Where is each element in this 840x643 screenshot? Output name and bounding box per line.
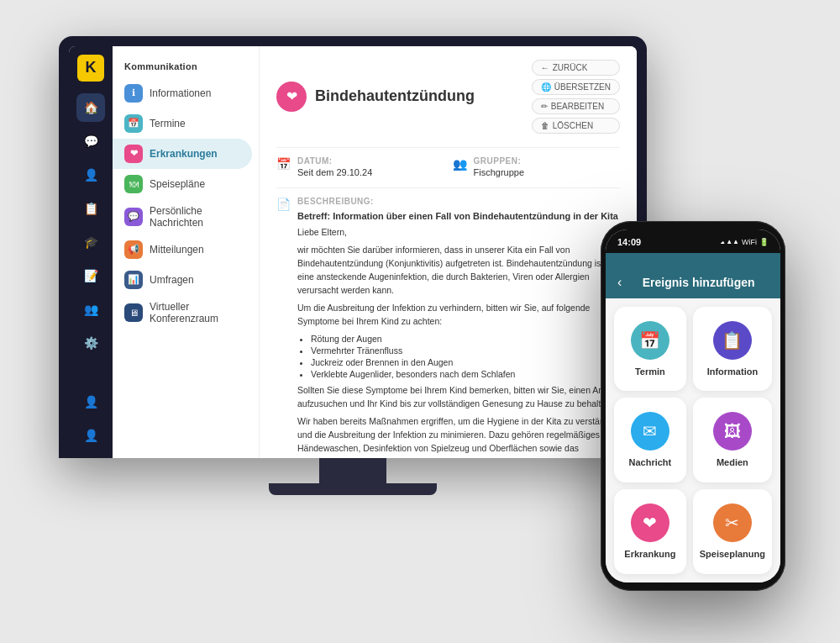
description-para3: Sollten Sie diese Symptome bei Ihrem Kin… — [297, 384, 620, 411]
nav-label-nachrichten: Persönliche Nachrichten — [150, 205, 247, 229]
phone: 14:09 ▲▲▲ WiFi 🔋 ‹ Ereignis hinzufügen 📅… — [601, 221, 785, 591]
description-greeting: Liebe Eltern, — [297, 226, 620, 240]
group-icon: 👥 — [453, 157, 467, 171]
date-label: DATUM: — [297, 156, 372, 166]
icon-notes[interactable]: 📝 — [76, 261, 105, 290]
nav-icon-nachrichten: 💬 — [124, 208, 143, 226]
group-value: Fischgruppe — [474, 167, 525, 177]
icon-settings[interactable]: ⚙️ — [76, 329, 105, 357]
icon-sidebar: K 🏠 💬 👤 📋 🎓 📝 👥 ⚙️ 👤 👤 — [69, 46, 113, 458]
event-card-information[interactable]: 📋 Information — [693, 307, 772, 392]
icon-edu[interactable]: 🎓 — [76, 228, 105, 256]
event-card-medien[interactable]: 🖼 Medien — [693, 398, 772, 482]
icon-groups[interactable]: 👥 — [76, 295, 105, 324]
meta-date: 📅 DATUM: Seit dem 29.10.24 — [276, 156, 444, 177]
event-card-termin[interactable]: 📅 Termin — [614, 307, 686, 392]
divider-2 — [276, 187, 620, 188]
nav-sidebar: Kommunikation ℹ Informationen 📅 Termine … — [113, 46, 260, 458]
event-label-information: Information — [707, 366, 759, 377]
icon-home[interactable]: 🏠 — [76, 93, 105, 122]
nav-icon-termine: 📅 — [124, 114, 143, 133]
icon-profile[interactable]: 👤 — [76, 161, 105, 189]
phone-notch — [659, 229, 727, 245]
delete-button[interactable]: 🗑 LÖSCHEN — [532, 118, 620, 134]
event-icon-nachricht: ✉ — [631, 412, 669, 451]
nav-item-mitteilungen[interactable]: 📢 Mitteilungen — [113, 235, 259, 265]
nav-label-termine: Termine — [150, 118, 186, 129]
nav-item-nachrichten[interactable]: 💬 Persönliche Nachrichten — [113, 199, 259, 235]
nav-label-konferenz: Virtueller Konferenzraum — [150, 301, 247, 324]
description-label: BESCHREIBUNG: — [297, 197, 620, 206]
event-label-erkrankung: Erkrankung — [624, 549, 675, 559]
back-icon: ← — [541, 63, 549, 72]
nav-label-mitteilungen: Mitteilungen — [150, 244, 204, 256]
event-icon-erkrankung: ❤ — [631, 503, 669, 542]
nav-item-informationen[interactable]: ℹ Informationen — [113, 78, 259, 108]
description-para2: Um die Ausbreitung der Infektion zu verh… — [297, 302, 620, 329]
phone-header: ‹ Ereignis hinzufügen — [606, 253, 780, 298]
nav-icon-konferenz: 🖥 — [124, 303, 143, 322]
icon-user-bottom[interactable]: 👤 — [76, 387, 105, 416]
symptom-1: Rötung der Augen — [311, 334, 620, 344]
nav-item-termine[interactable]: 📅 Termine — [113, 108, 259, 139]
phone-screen: 14:09 ▲▲▲ WiFi 🔋 ‹ Ereignis hinzufügen 📅… — [606, 229, 780, 582]
nav-icon-umfragen: 📊 — [124, 271, 143, 289]
phone-status-bar: ▲▲▲ WiFi 🔋 — [719, 238, 769, 246]
back-button[interactable]: ← ZURÜCK — [532, 60, 620, 76]
event-card-erkrankung[interactable]: ❤ Erkrankung — [614, 489, 686, 574]
translate-icon: 🌐 — [541, 82, 551, 92]
phone-back-button[interactable]: ‹ — [617, 275, 622, 290]
phone-time: 14:09 — [617, 237, 641, 247]
nav-item-speiseplaene[interactable]: 🍽 Speisepläne — [113, 169, 259, 199]
edit-icon: ✏ — [541, 102, 548, 111]
nav-icon-informationen: ℹ — [124, 84, 143, 103]
main-content: ❤ Bindehautentzündung ← ZURÜCK 🌐 ÜBERSET… — [260, 46, 637, 458]
description-subject: Betreff: Information über einen Fall von… — [297, 211, 620, 221]
icon-docs[interactable]: 📋 — [76, 194, 105, 223]
app-logo: K — [77, 55, 104, 82]
content-title-icon: ❤ — [276, 82, 307, 112]
event-label-medien: Medien — [717, 457, 748, 467]
event-icon-medien: 🖼 — [713, 412, 752, 451]
translate-button[interactable]: 🌐 ÜBERSETZEN — [532, 79, 620, 95]
monitor: K 🏠 💬 👤 📋 🎓 📝 👥 ⚙️ 👤 👤 Kommunikation — [59, 36, 647, 495]
event-icon-termin: 📅 — [631, 321, 669, 360]
event-icon-speiseplanung: ✂ — [713, 503, 752, 542]
action-buttons: ← ZURÜCK 🌐 ÜBERSETZEN ✏ BEARBEITEN — [532, 60, 620, 134]
description-icon: 📄 — [276, 198, 291, 211]
event-card-speiseplanung[interactable]: ✂ Speiseplanung — [693, 489, 772, 574]
nav-icon-erkrankungen: ❤ — [124, 145, 143, 163]
symptom-3: Juckreiz oder Brennen in den Augen — [311, 357, 620, 367]
icon-chat[interactable]: 💬 — [76, 127, 105, 155]
phone-event-grid: 📅 Termin 📋 Information ✉ Nachricht 🖼 Med… — [606, 298, 780, 582]
nav-label-speiseplaene: Speisepläne — [150, 178, 205, 190]
meta-section: 📅 DATUM: Seit dem 29.10.24 👥 GRUPPEN: Fi… — [276, 156, 620, 177]
icon-user2-bottom[interactable]: 👤 — [76, 421, 105, 450]
meta-group: 👥 GRUPPEN: Fischgruppe — [453, 156, 621, 177]
description-section: 📄 BESCHREIBUNG: Betreff: Information übe… — [276, 197, 620, 458]
nav-item-konferenz[interactable]: 🖥 Virtueller Konferenzraum — [113, 295, 259, 330]
monitor-stand-base — [269, 483, 437, 495]
date-icon: 📅 — [276, 157, 291, 171]
description-para4: Wir haben bereits Maßnahmen ergriffen, u… — [297, 415, 620, 457]
symptom-4: Verklebte Augenlider, besonders nach dem… — [311, 369, 620, 379]
symptom-2: Vermehrter Tränenfluss — [311, 345, 620, 356]
event-label-termin: Termin — [635, 366, 665, 377]
symptoms-list: Rötung der Augen Vermehrter Tränenfluss … — [311, 334, 620, 379]
nav-icon-speiseplaene: 🍽 — [124, 175, 143, 193]
date-value: Seit dem 29.10.24 — [297, 167, 372, 177]
nav-label-umfragen: Umfragen — [150, 274, 194, 286]
divider-1 — [276, 147, 620, 148]
event-card-nachricht[interactable]: ✉ Nachricht — [614, 398, 686, 482]
event-icon-information: 📋 — [713, 321, 752, 360]
nav-item-erkrankungen[interactable]: ❤ Erkrankungen — [113, 139, 252, 169]
content-header: ❤ Bindehautentzündung ← ZURÜCK 🌐 ÜBERSET… — [276, 60, 620, 134]
nav-section-title: Kommunikation — [113, 56, 259, 78]
content-title: Bindehautentzündung — [315, 87, 475, 105]
nav-label-informationen: Informationen — [150, 87, 211, 99]
description-para1: wir möchten Sie darüber informieren, das… — [297, 244, 620, 297]
nav-item-umfragen[interactable]: 📊 Umfragen — [113, 265, 259, 295]
event-label-nachricht: Nachricht — [629, 457, 672, 467]
nav-icon-mitteilungen: 📢 — [124, 240, 143, 259]
edit-button[interactable]: ✏ BEARBEITEN — [532, 98, 620, 114]
